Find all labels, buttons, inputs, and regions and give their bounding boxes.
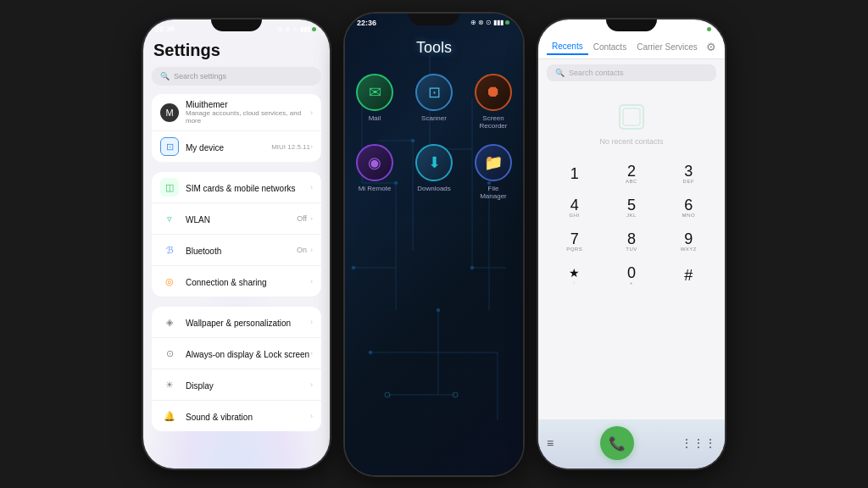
tool-scanner[interactable]: ⊡ Scanner	[410, 74, 458, 130]
key-5-num: 5	[627, 197, 636, 213]
key-7[interactable]: 7 PQRS	[547, 225, 602, 258]
key-hash[interactable]: #	[661, 259, 716, 291]
wallpaper-text: Wallpaper & personalization	[186, 314, 310, 330]
keypad: 1 2 ABC 3 DEF 4 GHI 5 JKL	[538, 154, 725, 419]
key-2[interactable]: 2 ABC	[604, 158, 659, 190]
sim-item[interactable]: ◫ SIM cards & mobile networks ›	[152, 172, 321, 203]
sim-label: SIM cards & mobile networks	[186, 184, 296, 193]
device-text: My device	[186, 139, 271, 154]
miuithemer-item[interactable]: M Miuithemer Manage accounts, cloud serv…	[152, 94, 321, 131]
wallpaper-label: Wallpaper & personalization	[186, 319, 291, 328]
key-0-letters: +	[630, 280, 633, 286]
dialer-search-bar[interactable]: 🔍 Search contacts	[547, 64, 716, 81]
sim-text: SIM cards & mobile networks	[186, 180, 310, 195]
svg-point-15	[369, 351, 372, 354]
sound-label: Sound & vibration	[186, 413, 253, 422]
menu-icon[interactable]: ≡	[547, 436, 554, 450]
tool-file-manager[interactable]: 📁 File Manager	[470, 144, 517, 201]
key-2-letters: ABC	[626, 179, 637, 184]
key-4[interactable]: 4 GHI	[547, 191, 602, 224]
sharing-label: Connection & sharing	[186, 278, 267, 287]
tab-carrier-services[interactable]: Carrier Services	[632, 40, 703, 54]
signal-icon-2: ▮▮▮	[493, 19, 504, 26]
key-3-letters: DEF	[683, 179, 695, 184]
key-5[interactable]: 5 JKL	[604, 191, 659, 224]
key-6-num: 6	[684, 197, 693, 213]
always-on-item[interactable]: ⊙ Always-on display & Lock screen ›	[152, 338, 321, 369]
theme-icon: M	[160, 103, 179, 122]
chevron-icon-6: ›	[310, 277, 313, 286]
tools-content: Tools ✉ Mail ⊡ Scanner	[345, 14, 523, 201]
always-on-icon: ⊙	[160, 344, 179, 363]
sound-item[interactable]: 🔔 Sound & vibration ›	[152, 401, 321, 431]
tool-mail[interactable]: ✉ Mail	[351, 74, 398, 130]
status-icons-3: ⊕ ⊗ ⊙ ▮▮▮	[672, 25, 713, 33]
tool-screen-recorder-label: Screen Recorder	[480, 114, 508, 130]
settings-content: Settings 🔍 Search settings M Miuithemer …	[143, 36, 330, 441]
settings-search-bar[interactable]: 🔍 Search settings	[152, 67, 321, 86]
tool-downloads[interactable]: ⬇ Downloads	[410, 144, 458, 201]
chevron-icon-2: ›	[310, 142, 313, 151]
bt-icon-2: ⊕	[470, 19, 476, 26]
tool-file-manager-label: File Manager	[480, 185, 507, 201]
key-6-letters: MNO	[682, 213, 696, 218]
dialpad-icon[interactable]: ⋮⋮⋮	[681, 436, 716, 450]
wallpaper-item[interactable]: ◈ Wallpaper & personalization ›	[152, 307, 321, 338]
key-star-num: ★	[569, 267, 580, 279]
tab-contacts[interactable]: Contacts	[588, 40, 632, 54]
status-icons-2: ⊕ ⊗ ⊙ ▮▮▮	[470, 19, 511, 26]
bluetooth-item[interactable]: ℬ Bluetooth On ›	[152, 235, 321, 266]
sharing-icon: ◎	[160, 272, 179, 291]
mail-icon: ✉	[356, 74, 393, 111]
dialer-search-placeholder: Search contacts	[569, 69, 624, 77]
time-2: 22:36	[357, 19, 376, 27]
miuithemer-sub: Manage accounts, cloud services, and mor…	[186, 109, 310, 125]
bt-icon: ⊕	[277, 25, 283, 33]
chevron-icon-5: ›	[310, 246, 313, 254]
wifi-icon-s: ▿	[160, 209, 179, 228]
key-0-num: 0	[627, 265, 636, 280]
device-item[interactable]: ⊡ My device MIUI 12.5.11 ›	[152, 131, 321, 162]
signal-icon: ▮▮▮	[300, 25, 310, 33]
status-dot-3	[707, 27, 711, 31]
tool-screen-recorder[interactable]: ⏺ Screen Recorder	[470, 74, 517, 130]
wifi-icon-2: ⊗	[478, 19, 484, 26]
key-8[interactable]: 8 TUV	[604, 225, 659, 258]
personalization-card: ◈ Wallpaper & personalization › ⊙ Always…	[152, 307, 321, 431]
key-3-num: 3	[684, 164, 693, 179]
status-dot-1	[312, 27, 316, 31]
key-1[interactable]: 1	[547, 158, 602, 190]
key-9-letters: WXYZ	[681, 247, 697, 252]
phone-dialer: 22:36 ⊕ ⊗ ⊙ ▮▮▮ Recents Contacts Carrier…	[538, 19, 725, 469]
display-icon: ☀	[160, 375, 179, 394]
display-item[interactable]: ☀ Display ›	[152, 369, 321, 401]
mi-remote-icon: ◉	[356, 144, 393, 181]
wifi-icon: ⊗	[285, 25, 291, 33]
key-star[interactable]: ★ ,	[547, 259, 602, 291]
tool-mi-remote-label: Mi Remote	[359, 185, 392, 193]
key-3[interactable]: 3 DEF	[661, 158, 716, 190]
time-3: 22:36	[550, 25, 570, 33]
sharing-item[interactable]: ◎ Connection & sharing ›	[152, 266, 321, 297]
keypad-grid: 1 2 ABC 3 DEF 4 GHI 5 JKL	[547, 158, 716, 291]
call-button[interactable]: 📞	[600, 426, 634, 460]
key-9-num: 9	[684, 231, 693, 247]
wlan-item[interactable]: ▿ WLAN Off ›	[152, 203, 321, 235]
settings-icon-3: ⊙	[687, 25, 693, 33]
bluetooth-label: Bluetooth	[186, 247, 221, 256]
key-hash-num: #	[684, 268, 693, 283]
key-6[interactable]: 6 MNO	[661, 191, 716, 224]
wallpaper-icon: ◈	[160, 313, 179, 331]
status-icons-1: ⊕ ⊗ ⊙ ▮▮▮	[277, 25, 318, 33]
account-card: M Miuithemer Manage accounts, cloud serv…	[152, 94, 321, 162]
gear-button[interactable]: ⚙	[706, 41, 716, 53]
bluetooth-text: Bluetooth	[186, 242, 297, 258]
tools-title: Tools	[416, 39, 452, 57]
svg-point-24	[352, 266, 355, 269]
tab-recents[interactable]: Recents	[547, 39, 588, 55]
miuithemer-label: Miuithemer	[186, 100, 310, 109]
key-7-letters: PQRS	[566, 247, 582, 252]
tool-mi-remote[interactable]: ◉ Mi Remote	[351, 144, 398, 201]
key-9[interactable]: 9 WXYZ	[661, 225, 716, 258]
key-0[interactable]: 0 +	[604, 259, 659, 291]
